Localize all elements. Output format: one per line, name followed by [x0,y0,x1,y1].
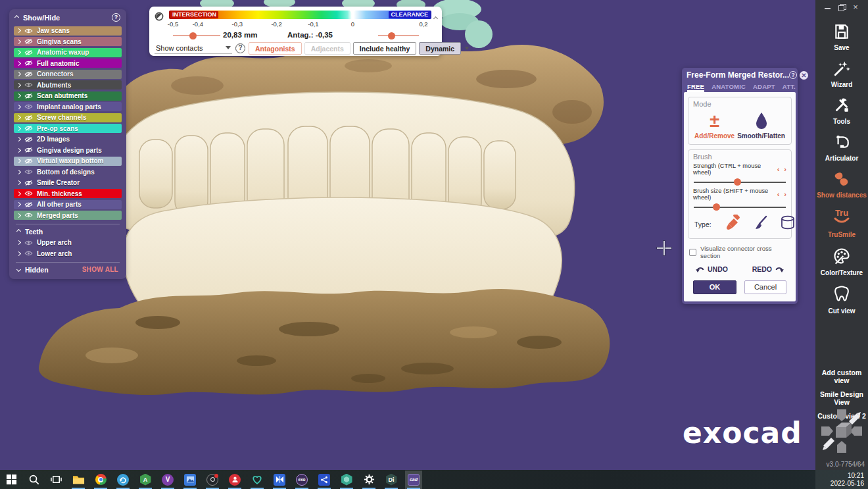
expand-icon[interactable] [16,180,21,185]
arch-row-upper-arch[interactable]: Upper arch [14,238,122,247]
help-icon[interactable]: ? [235,43,245,53]
expand-icon[interactable] [16,39,21,43]
tool-trusmile[interactable]: TruTruSmile [828,207,856,238]
slider-handle[interactable] [388,32,395,39]
slider-handle[interactable] [189,32,197,39]
teeth-section-header[interactable]: Teeth [14,226,122,236]
undo-button[interactable]: UNDO [696,265,728,273]
antagonists-button[interactable]: Antagonists [249,42,302,55]
expand-icon[interactable] [16,169,21,174]
navigation-cube[interactable] [820,408,863,457]
tab-adapt[interactable]: ADAPT [753,83,775,92]
tab-anatomic[interactable]: ANATOMIC [711,83,746,92]
expand-icon[interactable] [16,191,21,195]
view-preset-add-custom-view[interactable]: Add custom view [815,369,868,384]
chevron-down-icon[interactable] [465,47,469,50]
account-app-icon[interactable] [226,471,243,489]
exo-app-icon[interactable]: exo [293,471,310,489]
chrome-icon[interactable] [92,471,109,489]
tool-tools[interactable]: Tools [833,97,850,125]
layer-row-connectors[interactable]: Connectors [14,70,122,79]
hidden-section-header[interactable]: Hidden SHOW ALL [14,265,122,274]
checkbox[interactable] [689,249,696,256]
layer-row-anatomic-waxup[interactable]: Anatomic waxup [14,48,122,57]
expand-icon[interactable] [16,61,21,65]
app-a-icon[interactable]: A [137,471,154,489]
contrast-icon[interactable] [155,12,164,24]
help-icon[interactable]: ? [789,71,797,79]
tool-color-texture[interactable]: Color/Texture [821,247,863,276]
expand-icon[interactable] [16,72,21,76]
cylinder-icon[interactable] [779,215,796,234]
brush-size-slider[interactable] [694,203,786,211]
expand-icon[interactable] [16,82,21,87]
slider-handle[interactable] [713,203,720,211]
cancel-button[interactable]: Cancel [744,280,786,294]
taskbar-clock[interactable]: 10:21 2022-05-16 [815,470,868,489]
layer-row-merged-parts[interactable]: Merged parts [14,211,122,220]
paint-brush-icon[interactable] [752,215,768,234]
decrease-size-button[interactable]: ‹ [777,192,780,197]
tool-articulator[interactable]: Articulator [825,134,859,162]
tool-save[interactable]: Save [833,23,850,51]
di-app-icon[interactable]: Di [383,471,400,489]
layer-row-full-anatomic[interactable]: Full anatomic [14,59,122,68]
intersection-range-slider[interactable] [173,32,220,39]
expand-icon[interactable] [16,213,21,217]
expand-icon[interactable] [16,137,21,142]
layer-row-2d-images[interactable]: 2D Images [14,135,122,144]
decrease-strength-button[interactable]: ‹ [777,167,780,172]
expand-icon[interactable] [16,104,21,109]
expand-icon[interactable] [16,251,21,255]
layer-row-smile-creator[interactable]: Smile Creator [14,178,122,188]
health-app-icon[interactable] [249,471,266,489]
layer-row-screw-channels[interactable]: Screw channels [14,113,122,122]
expand-icon[interactable] [16,147,21,152]
layer-row-min-thickness[interactable]: Min. thickness [14,189,122,198]
start-button[interactable] [3,471,20,489]
flat-brush-icon-selected[interactable] [724,215,741,234]
strength-slider[interactable] [694,178,786,186]
settings-app-icon[interactable] [360,471,377,489]
expand-icon[interactable] [16,240,21,245]
tab-free[interactable]: FREE [687,83,704,92]
slider-handle[interactable] [734,178,741,186]
show-contacts-dropdown[interactable]: Show contacts [155,43,232,54]
layer-row-gingiva-scans[interactable]: Gingiva scans [14,37,122,46]
layer-row-abutments[interactable]: Abutments [14,80,122,90]
minimize-button[interactable] [823,4,832,11]
distance-color-scale[interactable]: INTERSECTION CLEARANCE [169,11,431,19]
share-app-icon[interactable] [316,471,333,489]
increase-strength-button[interactable]: › [784,167,786,172]
layer-row-implant-analog-parts[interactable]: Implant analog parts [14,102,122,111]
help-icon[interactable]: ? [112,13,120,22]
ok-button[interactable]: OK [693,280,736,294]
include-healthy-button[interactable]: Include healthy [353,42,416,55]
close-window-button[interactable]: × [851,4,860,11]
photos-app-icon[interactable] [181,471,199,489]
layer-row-all-other-parts[interactable]: All other parts [14,200,122,209]
file-explorer-icon[interactable] [70,471,87,489]
hex-app-icon[interactable] [338,471,355,489]
show-hide-header[interactable]: Show/Hide ? [9,11,126,24]
search-icon[interactable] [25,471,42,489]
butterfly-app-icon[interactable] [271,471,288,489]
freeform-header[interactable]: Free-Form Merged Restor... ? ✕ [682,68,798,81]
view-preset-smile-design-view[interactable]: Smile Design View [815,390,868,406]
tool-show-distances-active[interactable]: Show distances [817,170,867,199]
expand-icon[interactable] [16,126,21,130]
layer-row-jaw-scans[interactable]: Jaw scans [14,26,122,36]
close-icon[interactable]: ✕ [800,71,808,80]
app-v-icon[interactable]: V [159,471,176,489]
mode-smooth-flatten[interactable]: Smooth/Flatten [737,111,785,140]
restore-button[interactable] [837,4,846,11]
toolbar-collapse-icon[interactable] [433,16,438,21]
expand-icon[interactable] [16,159,21,163]
expand-icon[interactable] [16,202,21,207]
sync-app-icon[interactable] [114,471,132,489]
arch-row-lower-arch[interactable]: Lower arch [14,249,122,258]
tool-wizard[interactable]: Wizard [831,60,853,88]
expand-icon[interactable] [16,50,21,55]
tab-att[interactable]: ATT. [783,83,796,92]
layer-row-bottom-of-designs[interactable]: Bottom of designs [14,167,122,176]
